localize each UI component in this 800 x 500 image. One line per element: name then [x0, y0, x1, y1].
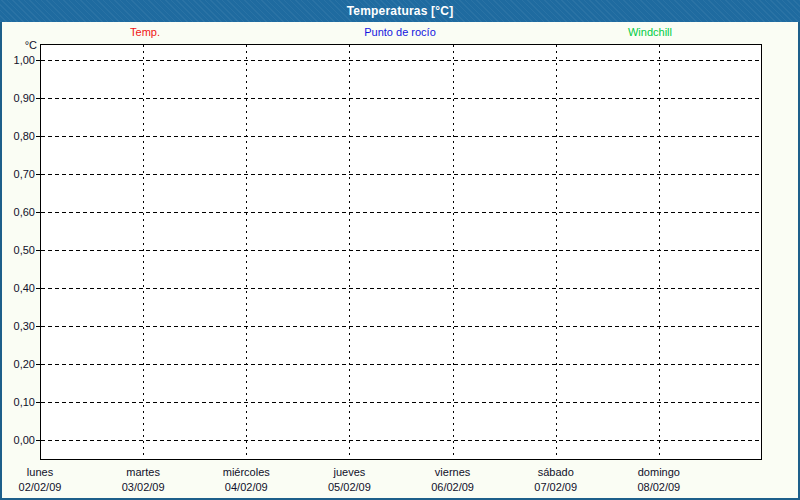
y-tick — [36, 250, 40, 251]
x-day-label: miércoles — [196, 466, 296, 479]
x-gridline — [246, 45, 247, 459]
y-gridline — [41, 402, 761, 403]
x-date-label: 03/02/09 — [93, 481, 193, 494]
y-tick — [36, 440, 40, 441]
y-tick — [36, 402, 40, 403]
x-gridline — [349, 45, 350, 459]
y-tick-label: 0,10 — [0, 396, 35, 408]
y-gridline — [41, 136, 761, 137]
y-tick-label: 0,70 — [0, 168, 35, 180]
x-gridline — [556, 45, 557, 459]
x-day-label: jueves — [299, 466, 399, 479]
y-tick-label: 1,00 — [0, 54, 35, 66]
x-date-label: 06/02/09 — [403, 481, 503, 494]
y-gridline — [41, 98, 761, 99]
y-tick-label: 0,00 — [0, 434, 35, 446]
y-tick-label: 0,50 — [0, 244, 35, 256]
x-day-label: lunes — [0, 466, 90, 479]
x-date-label: 07/02/09 — [506, 481, 606, 494]
y-tick — [36, 60, 40, 61]
y-gridline — [41, 288, 761, 289]
x-gridline — [143, 45, 144, 459]
y-tick-label: 0,20 — [0, 358, 35, 370]
y-gridline — [41, 440, 761, 441]
y-tick-label: 0,30 — [0, 320, 35, 332]
y-tick — [36, 288, 40, 289]
y-tick-label: 0,80 — [0, 130, 35, 142]
chart-window: Temperaturas [°C] Temp. Punto de rocío W… — [0, 0, 800, 500]
y-gridline — [41, 212, 761, 213]
y-tick-label: 0,40 — [0, 282, 35, 294]
chart-layer: 1,000,900,800,700,600,500,400,300,200,10… — [0, 0, 800, 500]
y-gridline — [41, 364, 761, 365]
y-gridline — [41, 174, 761, 175]
y-tick — [36, 136, 40, 137]
x-date-label: 02/02/09 — [0, 481, 90, 494]
y-gridline — [41, 250, 761, 251]
y-tick — [36, 364, 40, 365]
y-tick-label: 0,90 — [0, 92, 35, 104]
x-day-label: domingo — [609, 466, 709, 479]
y-gridline — [41, 60, 761, 61]
x-day-label: viernes — [403, 466, 503, 479]
x-gridline — [453, 45, 454, 459]
x-date-label: 04/02/09 — [196, 481, 296, 494]
y-tick — [36, 212, 40, 213]
x-day-label: martes — [93, 466, 193, 479]
y-tick — [36, 326, 40, 327]
y-tick-label: 0,60 — [0, 206, 35, 218]
y-tick — [36, 98, 40, 99]
x-date-label: 05/02/09 — [299, 481, 399, 494]
x-day-label: sábado — [506, 466, 606, 479]
y-tick — [36, 174, 40, 175]
y-gridline — [41, 326, 761, 327]
x-gridline — [659, 45, 660, 459]
x-date-label: 08/02/09 — [609, 481, 709, 494]
